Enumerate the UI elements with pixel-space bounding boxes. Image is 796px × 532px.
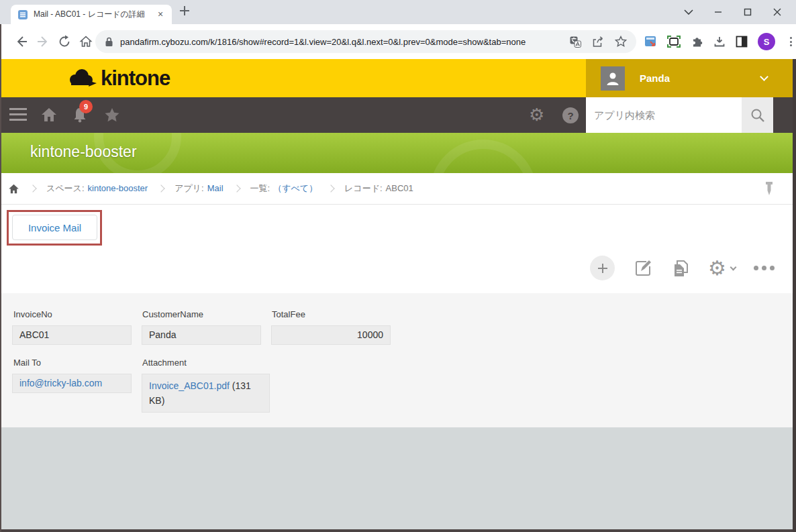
breadcrumb-view-link[interactable]: （すべて）	[273, 183, 317, 193]
breadcrumb-separator-icon	[157, 184, 164, 192]
field-label-customername: CustomerName	[142, 309, 203, 319]
page-background	[0, 427, 796, 529]
field-value-invoiceno: ABC01	[12, 325, 132, 345]
breadcrumb-view: 一覧:（すべて）	[250, 182, 318, 195]
notification-count-badge: 9	[79, 100, 93, 113]
breadcrumb-separator-icon	[29, 184, 36, 192]
forward-button[interactable]	[35, 34, 51, 50]
breadcrumb-app: アプリ:Mail	[175, 182, 223, 195]
breadcrumb-record: レコード:ABC01	[344, 182, 413, 195]
omnibox-icons	[570, 36, 627, 48]
breadcrumb-app-link[interactable]: Mail	[207, 183, 223, 193]
maximize-button[interactable]	[733, 0, 762, 24]
kintone-logo-text: kintone	[101, 66, 170, 91]
maximize-icon	[743, 7, 752, 17]
lock-icon	[105, 37, 113, 47]
extensions-puzzle-icon[interactable]	[691, 36, 703, 48]
pin-icon[interactable]	[764, 181, 775, 197]
window-controls	[674, 0, 792, 24]
reload-button[interactable]	[56, 34, 72, 50]
breadcrumb-separator-icon	[327, 184, 334, 192]
download-icon[interactable]	[713, 36, 726, 48]
field-label-mailto: Mail To	[13, 358, 41, 368]
breadcrumb-space: スペース:kintone-booster	[46, 182, 148, 195]
close-window-button[interactable]	[762, 0, 792, 24]
new-tab-button[interactable]	[180, 6, 195, 21]
minimize-icon	[713, 7, 723, 17]
field-value-mailto: info@tricky-lab.com	[12, 374, 132, 393]
kintone-logo[interactable]: kintone	[66, 59, 170, 97]
tab-search-button[interactable]	[674, 0, 703, 24]
invoice-mail-button[interactable]: Invoice Mail	[12, 215, 97, 240]
field-value-totalfee: 10000	[271, 325, 391, 345]
user-avatar	[601, 66, 625, 91]
home-button[interactable]	[78, 34, 94, 50]
breadcrumb-home-icon[interactable]	[8, 183, 19, 195]
attachment-file-link[interactable]: Invoice_ABC01.pdf	[149, 380, 230, 391]
browser-menu-icon[interactable]	[785, 36, 796, 48]
screenshot-extension-icon[interactable]	[644, 36, 657, 48]
record-settings-button[interactable]: ⚙	[708, 260, 736, 277]
mailto-link[interactable]: info@tricky-lab.com	[19, 378, 102, 388]
home-icon	[79, 35, 93, 48]
more-options-button[interactable]	[754, 266, 775, 270]
breadcrumb-space-link[interactable]: kintone-booster	[88, 183, 148, 193]
user-name: Panda	[640, 72, 670, 84]
chevron-down-icon	[684, 9, 693, 15]
browser-window: Mail - ABC01 - レコードの詳細 ×	[0, 0, 796, 532]
field-label-invoiceno: InvoiceNo	[13, 309, 52, 319]
settings-gear-icon[interactable]: ⚙	[529, 106, 544, 123]
browser-titlebar: Mail - ABC01 - レコードの詳細 ×	[0, 0, 796, 24]
browser-profile-avatar[interactable]: S	[758, 33, 775, 50]
forward-icon	[36, 35, 50, 48]
split-view-extension-icon[interactable]	[736, 36, 748, 48]
duplicate-record-icon[interactable]	[671, 258, 690, 278]
window-bottom-edge	[0, 529, 796, 532]
bookmark-star-icon[interactable]	[615, 36, 627, 48]
space-title[interactable]: kintone-booster	[30, 143, 137, 161]
translate-icon[interactable]	[570, 36, 581, 48]
plus-icon	[180, 6, 189, 15]
tab-close-icon[interactable]: ×	[154, 9, 166, 21]
space-banner: kintone-booster	[0, 133, 796, 173]
back-button[interactable]	[13, 34, 30, 50]
app-search-button[interactable]	[742, 97, 773, 133]
field-value-customername: Panda	[142, 325, 261, 345]
window-left-edge	[0, 24, 1, 532]
url-bar[interactable]: pandafirm.cybozu.com/k/1816/show#record=…	[95, 30, 636, 53]
tab-favicon-icon	[17, 9, 28, 20]
portal-home-icon[interactable]	[40, 106, 58, 123]
window-right-edge	[793, 59, 796, 532]
search-icon	[750, 107, 766, 123]
global-toolbar: 9 ⚙	[0, 97, 796, 133]
chevron-down-icon	[730, 264, 737, 270]
record-actions: ⚙	[590, 256, 775, 280]
minimize-button[interactable]	[703, 0, 733, 24]
chevron-down-icon	[760, 72, 768, 81]
tab-title: Mail - ABC01 - レコードの詳細	[34, 9, 154, 20]
back-icon	[15, 35, 28, 48]
help-icon[interactable]	[562, 107, 579, 123]
breadcrumb: スペース:kintone-booster アプリ:Mail 一覧:（すべて） レ…	[0, 173, 796, 205]
breadcrumb-separator-icon	[233, 184, 240, 192]
close-icon	[773, 7, 782, 17]
edit-record-icon[interactable]	[633, 258, 653, 278]
kintone-cloud-icon	[66, 66, 98, 91]
share-icon[interactable]	[592, 36, 604, 48]
record-detail-panel: InvoiceNo CustomerName TotalFee ABC01 Pa…	[0, 293, 796, 427]
extension-row: S	[644, 31, 796, 52]
field-label-totalfee: TotalFee	[272, 309, 305, 319]
app-search-input[interactable]	[586, 97, 742, 133]
browser-tab[interactable]: Mail - ABC01 - レコードの詳細 ×	[11, 5, 172, 24]
record-header-area: Invoice Mail ⚙	[0, 205, 796, 293]
person-icon	[605, 70, 621, 87]
user-menu[interactable]: Panda	[586, 59, 793, 97]
kintone-header: kintone Panda	[0, 59, 796, 97]
menu-hamburger-icon[interactable]	[9, 108, 27, 124]
add-record-button[interactable]	[590, 256, 615, 280]
url-text[interactable]: pandafirm.cybozu.com/k/1816/show#record=…	[120, 37, 563, 47]
field-label-attachment: Attachment	[142, 358, 187, 368]
favorites-star-icon[interactable]	[103, 106, 121, 123]
field-value-attachment: Invoice_ABC01.pdf (131 KB)	[142, 374, 270, 413]
fullscreen-capture-extension-icon[interactable]	[667, 36, 681, 48]
